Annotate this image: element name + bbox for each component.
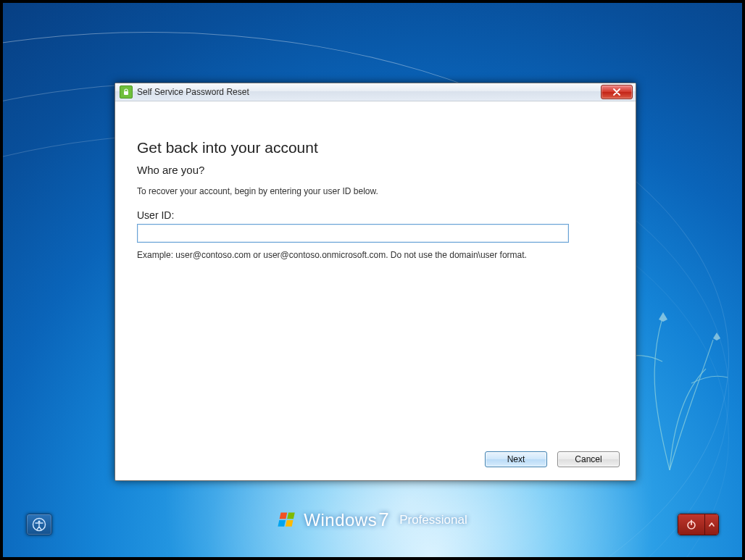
- user-id-input[interactable]: [137, 224, 569, 243]
- dialog-content: Get back into your account Who are you? …: [115, 101, 636, 480]
- power-icon: [686, 519, 697, 530]
- dialog-button-row: Next Cancel: [485, 451, 620, 467]
- example-text: Example: user@contoso.com or user@contos…: [137, 250, 614, 260]
- next-button[interactable]: Next: [485, 451, 547, 467]
- screen-frame: Self Service Password Reset Get back int…: [0, 0, 745, 560]
- window-title: Self Service Password Reset: [137, 87, 249, 97]
- brand-product-name: Windows: [304, 510, 377, 530]
- power-options-button[interactable]: [705, 514, 718, 535]
- lock-icon: [120, 85, 133, 99]
- svg-rect-0: [124, 91, 128, 95]
- cancel-button[interactable]: Cancel: [557, 451, 620, 467]
- close-button[interactable]: [601, 85, 633, 99]
- os-branding: Windows7 Professional: [3, 509, 742, 531]
- login-desktop: Self Service Password Reset Get back int…: [3, 3, 742, 557]
- svg-rect-4: [287, 512, 295, 519]
- svg-rect-6: [286, 520, 294, 527]
- page-heading: Get back into your account: [137, 139, 614, 156]
- chevron-up-icon: [708, 521, 715, 528]
- user-id-label: User ID:: [137, 209, 614, 221]
- titlebar[interactable]: Self Service Password Reset: [115, 83, 636, 101]
- close-icon: [612, 88, 621, 96]
- windows-logo-icon: [278, 510, 298, 530]
- brand-edition: Professional: [399, 513, 467, 527]
- power-button[interactable]: [678, 514, 705, 535]
- brand-product: Windows7: [304, 509, 389, 531]
- password-reset-dialog: Self Service Password Reset Get back int…: [115, 83, 636, 481]
- power-button-group: [678, 514, 719, 535]
- brand-version: 7: [378, 509, 389, 530]
- svg-rect-3: [280, 512, 288, 519]
- svg-rect-5: [278, 520, 286, 527]
- instruction-text: To recover your account, begin by enteri…: [137, 186, 614, 196]
- page-subheading: Who are you?: [137, 164, 614, 176]
